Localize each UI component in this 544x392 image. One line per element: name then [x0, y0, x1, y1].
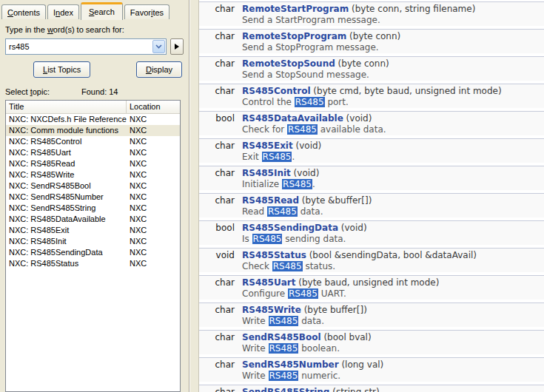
- function-link[interactable]: RS485Write: [242, 305, 301, 315]
- result-title-cell: NXC: RS485Control: [6, 136, 127, 147]
- member-arguments: (byte baud, unsigned int mode): [295, 277, 439, 288]
- search-operator-arrow-button[interactable]: [170, 38, 184, 55]
- table-row[interactable]: NXC: NXCDefs.h File ReferenceNXC: [6, 114, 180, 125]
- member-return-type: bool: [199, 223, 242, 234]
- rs485-search-highlight: RS485: [287, 124, 318, 135]
- function-link[interactable]: RS485Uart: [242, 277, 295, 288]
- member-signature: SendRS485Number (long val): [242, 359, 544, 371]
- member-description: Send a StartProgram message.: [242, 15, 544, 25]
- member-return-type: bool: [199, 113, 242, 124]
- search-input[interactable]: [6, 39, 152, 54]
- tab-favorites[interactable]: Favorites: [124, 4, 169, 19]
- function-link[interactable]: RS485Read: [242, 195, 299, 206]
- tab-index[interactable]: Index: [47, 4, 79, 19]
- member-row: charRS485Init (void)Initialize RS485.: [199, 166, 544, 190]
- table-row[interactable]: NXC: RS485WriteNXC: [6, 169, 180, 180]
- function-link[interactable]: RemoteStopSound: [242, 58, 335, 69]
- function-link[interactable]: SendRS485Bool: [242, 332, 321, 342]
- table-row[interactable]: NXC: RS485ExitNXC: [6, 225, 180, 236]
- member-arguments: (byte &buffer[]): [299, 195, 372, 206]
- search-tab-panel: Type in the word(s) to search for: List …: [0, 19, 189, 392]
- function-link[interactable]: SendRS485String: [242, 387, 329, 392]
- result-location-cell: NXC: [127, 203, 180, 214]
- member-arguments: (byte cmd, byte baud, unsigned int mode): [311, 86, 502, 96]
- table-row[interactable]: NXC: RS485InitNXC: [6, 236, 180, 247]
- member-description: Check RS485 status.: [242, 261, 544, 271]
- result-location-cell: NXC: [127, 136, 180, 147]
- member-description: Check for RS485 available data.: [242, 124, 544, 135]
- table-row[interactable]: NXC: SendRS485BoolNXC: [6, 180, 180, 192]
- member-description: Write RS485 numeric.: [242, 371, 544, 381]
- member-arguments: (string str): [329, 387, 379, 392]
- table-row[interactable]: NXC: Comm module functionsNXC: [6, 125, 180, 136]
- result-title-cell: NXC: SendRS485Number: [6, 192, 127, 203]
- result-location-cell: NXC: [127, 192, 180, 203]
- results-list: NXC: NXCDefs.h File ReferenceNXCNXC: Com…: [6, 114, 180, 391]
- result-title-cell: NXC: RS485SendingData: [6, 247, 127, 258]
- member-row: charRemoteStopProgram (byte conn)Send a …: [199, 29, 544, 53]
- column-header-location[interactable]: Location: [127, 101, 180, 113]
- member-return-type: char: [199, 277, 242, 288]
- result-location-cell: NXC: [127, 169, 180, 180]
- member-signature: RS485SendingData (void): [242, 223, 544, 234]
- function-link[interactable]: RemoteStopProgram: [242, 31, 346, 41]
- member-row: boolRS485DataAvailable (void)Check for R…: [199, 111, 544, 135]
- table-row[interactable]: NXC: SendRS485NumberNXC: [6, 192, 180, 203]
- result-title-cell: NXC: RS485Status: [6, 258, 127, 269]
- function-link[interactable]: RS485Init: [242, 168, 291, 178]
- function-link[interactable]: SendRS485Number: [242, 359, 339, 370]
- function-link[interactable]: RS485Exit: [242, 141, 293, 151]
- function-link[interactable]: RemoteStartProgram: [242, 4, 349, 14]
- member-return-type: char: [199, 4, 242, 15]
- table-row[interactable]: NXC: RS485DataAvailableNXC: [6, 214, 180, 225]
- member-return-type: char: [199, 86, 242, 97]
- rs485-search-highlight: RS485: [288, 288, 318, 299]
- member-arguments: (byte buffer[]): [301, 305, 367, 315]
- member-row: charSendRS485Number (long val)Write RS48…: [199, 357, 544, 382]
- tab-search[interactable]: Search: [81, 2, 123, 20]
- member-arguments: (byte conn): [346, 31, 400, 41]
- result-title-cell: NXC: RS485DataAvailable: [6, 214, 127, 225]
- member-description: Send a StopProgram message.: [242, 42, 544, 53]
- result-title-cell: NXC: NXCDefs.h File Reference: [6, 114, 127, 125]
- result-title-cell: NXC: RS485Read: [6, 158, 127, 169]
- member-signature: RemoteStopProgram (byte conn): [242, 31, 544, 42]
- pane-splitter[interactable]: [189, 0, 199, 392]
- member-row: charRemoteStopSound (byte conn)Send a St…: [199, 56, 544, 81]
- result-location-cell: NXC: [127, 225, 180, 236]
- select-topic-row: Select topic: Found: 14: [5, 87, 184, 96]
- member-signature: RemoteStartProgram (byte conn, string fi…: [242, 4, 544, 15]
- member-row: voidRS485Status (bool &sendingData, bool…: [199, 248, 544, 272]
- tab-contents[interactable]: Contents: [1, 4, 46, 19]
- table-row[interactable]: NXC: RS485ReadNXC: [6, 158, 180, 169]
- column-header-title[interactable]: Title: [6, 101, 127, 113]
- rs485-search-highlight: RS485: [269, 343, 299, 354]
- results-header: Title Location: [6, 101, 180, 114]
- function-link[interactable]: RS485SendingData: [242, 223, 338, 233]
- function-link[interactable]: RS485Control: [242, 86, 311, 96]
- rs485-search-highlight: RS485: [269, 316, 299, 326]
- member-row: charRemoteStartProgram (byte conn, strin…: [199, 1, 544, 26]
- display-button[interactable]: Display: [136, 61, 182, 78]
- member-description: Exit RS485.: [242, 152, 544, 162]
- table-row[interactable]: NXC: SendRS485StringNXC: [6, 203, 180, 214]
- rs485-search-highlight: RS485: [272, 261, 303, 271]
- table-row[interactable]: NXC: RS485ControlNXC: [6, 136, 180, 147]
- member-return-type: char: [199, 359, 242, 371]
- table-row[interactable]: NXC: RS485StatusNXC: [6, 258, 180, 269]
- select-topic-label: Select topic:: [5, 87, 50, 96]
- member-return-type: char: [199, 58, 242, 70]
- combo-dropdown-button[interactable]: [152, 40, 165, 53]
- member-description: Send a StopSound message.: [242, 70, 544, 80]
- function-link[interactable]: RS485Status: [242, 250, 306, 260]
- member-signature: RS485Init (void): [242, 168, 544, 179]
- member-arguments: (bool bval): [321, 332, 372, 342]
- member-row: charRS485Control (byte cmd, byte baud, u…: [199, 84, 544, 108]
- table-row[interactable]: NXC: RS485UartNXC: [6, 147, 180, 158]
- member-description: Write RS485 boolean.: [242, 343, 544, 354]
- list-topics-button[interactable]: List Topics: [33, 61, 90, 78]
- table-row[interactable]: NXC: RS485SendingDataNXC: [6, 247, 180, 258]
- member-signature: RS485Exit (void): [242, 141, 544, 152]
- member-signature: RS485Status (bool &sendingData, bool &da…: [242, 250, 544, 261]
- function-link[interactable]: RS485DataAvailable: [242, 113, 343, 124]
